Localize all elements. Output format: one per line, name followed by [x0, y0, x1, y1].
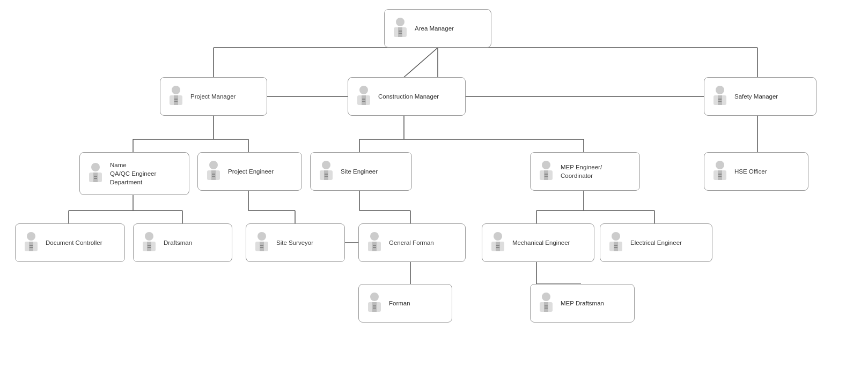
svg-point-132 [542, 293, 550, 301]
svg-point-62 [359, 86, 368, 94]
mechanical-engineer-avatar [488, 230, 508, 255]
svg-rect-110 [260, 245, 263, 246]
general-forman-avatar [364, 230, 385, 255]
svg-point-97 [27, 232, 35, 241]
general-forman-label: General Forman [389, 238, 434, 247]
svg-rect-60 [174, 99, 178, 100]
area-manager-label: Area Manager [415, 24, 454, 33]
svg-point-127 [370, 293, 379, 301]
svg-rect-136 [545, 308, 548, 309]
svg-rect-91 [545, 176, 548, 177]
svg-rect-116 [373, 247, 376, 248]
mep-engineer-avatar [536, 159, 556, 184]
svg-rect-95 [718, 174, 722, 175]
construction-manager-avatar [354, 84, 374, 109]
svg-rect-76 [94, 178, 97, 179]
svg-rect-99 [29, 242, 33, 251]
svg-rect-96 [718, 176, 722, 177]
svg-rect-104 [147, 242, 151, 251]
electrical-engineer-label: Electrical Engineer [630, 238, 682, 247]
draftsman-label: Draftsman [164, 238, 192, 247]
mechanical-engineer-label: Mechanical Engineer [512, 238, 570, 247]
safety-manager-node: Safety Manager [704, 77, 816, 116]
site-surveyor-node: Site Surveyor [246, 223, 345, 262]
svg-point-67 [716, 86, 724, 94]
document-controller-node: Document Controller [15, 223, 125, 262]
svg-rect-90 [545, 174, 548, 175]
svg-rect-75 [94, 176, 97, 177]
site-engineer-avatar [316, 159, 336, 184]
svg-rect-101 [30, 247, 33, 248]
svg-point-122 [612, 232, 620, 241]
mep-draftsman-node: MEP Draftsman [530, 284, 635, 323]
mep-draftsman-avatar [536, 291, 556, 316]
construction-manager-label: Construction Manager [378, 92, 439, 101]
svg-point-72 [91, 163, 100, 171]
project-manager-node: Project Manager [160, 77, 267, 116]
site-engineer-label: Site Engineer [341, 167, 378, 176]
svg-line-0 [404, 48, 438, 77]
svg-rect-79 [211, 170, 216, 180]
svg-rect-65 [362, 99, 365, 100]
org-chart: Area Manager Project Manager Constructio… [0, 0, 868, 367]
project-manager-avatar [166, 84, 186, 109]
svg-rect-124 [614, 242, 618, 251]
svg-rect-74 [93, 173, 98, 182]
area-manager-avatar [390, 16, 410, 41]
svg-point-107 [258, 232, 266, 241]
svg-rect-61 [174, 101, 178, 102]
svg-rect-56 [399, 33, 402, 34]
site-surveyor-label: Site Surveyor [276, 238, 313, 247]
svg-point-87 [542, 161, 550, 169]
forman-avatar [364, 291, 385, 316]
svg-rect-86 [325, 176, 328, 177]
svg-rect-130 [373, 305, 376, 306]
svg-point-82 [322, 161, 330, 169]
svg-rect-109 [260, 242, 264, 251]
svg-rect-54 [398, 27, 402, 37]
svg-rect-84 [324, 170, 328, 180]
document-controller-avatar [21, 230, 41, 255]
svg-rect-125 [614, 245, 617, 246]
svg-rect-69 [718, 95, 722, 105]
forman-node: Forman [358, 284, 452, 323]
svg-rect-89 [544, 170, 548, 180]
document-controller-label: Document Controller [46, 238, 102, 247]
qa-qc-engineer-avatar [85, 161, 106, 186]
mep-engineer-label: MEP Engineer/ Coordinator [561, 163, 602, 180]
qa-qc-engineer-node: Name QA/QC Engineer Department [79, 152, 189, 195]
svg-rect-131 [373, 308, 376, 309]
svg-point-52 [396, 18, 404, 26]
svg-rect-126 [614, 247, 617, 248]
svg-point-92 [716, 161, 724, 169]
hse-officer-node: HSE Officer [704, 152, 808, 191]
svg-point-112 [370, 232, 379, 241]
project-manager-label: Project Manager [190, 92, 236, 101]
svg-point-57 [172, 86, 180, 94]
svg-rect-55 [399, 31, 402, 32]
svg-rect-94 [718, 170, 722, 180]
safety-manager-avatar [710, 84, 730, 109]
forman-label: Forman [389, 299, 410, 308]
electrical-engineer-avatar [606, 230, 626, 255]
project-engineer-avatar [203, 159, 224, 184]
site-engineer-node: Site Engineer [310, 152, 412, 191]
area-manager-node: Area Manager [384, 9, 491, 48]
svg-rect-120 [496, 245, 499, 246]
draftsman-avatar [139, 230, 159, 255]
svg-rect-70 [718, 99, 722, 100]
svg-rect-85 [325, 174, 328, 175]
svg-rect-105 [148, 245, 151, 246]
svg-rect-115 [373, 245, 376, 246]
svg-point-102 [145, 232, 153, 241]
mep-engineer-node: MEP Engineer/ Coordinator [530, 152, 640, 191]
qa-qc-engineer-label: Name QA/QC Engineer Department [110, 161, 156, 186]
svg-rect-71 [718, 101, 722, 102]
svg-rect-134 [544, 302, 548, 312]
svg-rect-59 [174, 95, 178, 105]
svg-rect-80 [212, 174, 215, 175]
svg-rect-129 [372, 302, 377, 312]
svg-rect-81 [212, 176, 215, 177]
svg-rect-106 [148, 247, 151, 248]
svg-rect-135 [545, 305, 548, 306]
